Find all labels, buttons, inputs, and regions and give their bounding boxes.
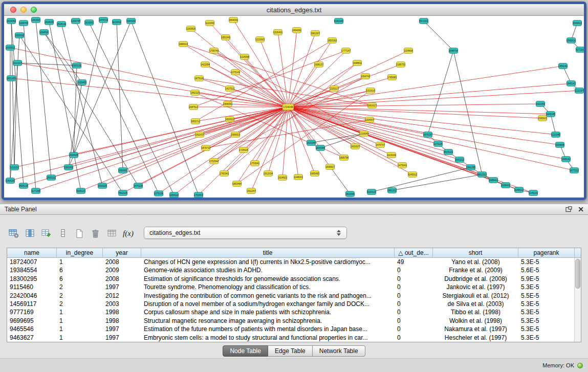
- network-node[interactable]: 1549413: [573, 20, 582, 26]
- table-row[interactable]: 2242004622012Investigating the contribut…: [7, 292, 581, 300]
- network-node[interactable]: 9219011: [112, 19, 121, 25]
- network-node[interactable]: 1980014: [179, 41, 188, 47]
- network-node[interactable]: 1911267: [247, 188, 256, 194]
- network-node[interactable]: 1064200: [6, 178, 15, 184]
- network-node[interactable]: 1895758: [339, 155, 349, 161]
- network-node[interactable]: 2309392: [15, 33, 24, 38]
- network-node[interactable]: 9812312: [477, 172, 487, 178]
- network-node[interactable]: 1915345: [307, 140, 316, 146]
- network-node[interactable]: 2616003: [84, 20, 94, 26]
- network-node[interactable]: 1961307: [311, 31, 320, 36]
- network-node[interactable]: 9245012: [408, 172, 417, 178]
- network-node[interactable]: 1154808: [404, 48, 413, 54]
- network-node[interactable]: 1103194: [387, 152, 396, 158]
- column-header-short[interactable]: short: [433, 248, 518, 258]
- network-node[interactable]: 2060650: [118, 168, 127, 173]
- network-node[interactable]: 2204907: [365, 117, 374, 123]
- network-node[interactable]: 1245210: [529, 190, 538, 196]
- network-node[interactable]: 2651205: [7, 76, 16, 81]
- column-header-out-de-[interactable]: △ out_de...: [395, 248, 433, 258]
- network-node[interactable]: 1695917: [325, 164, 335, 170]
- network-node[interactable]: 9915123: [444, 149, 453, 155]
- network-node[interactable]: 1912034: [264, 171, 273, 177]
- network-node[interactable]: 1095141: [561, 157, 571, 162]
- network-node[interactable]: 1853182: [328, 38, 337, 43]
- table-row[interactable]: 1938455462009Genome-wide association stu…: [7, 266, 581, 274]
- zoom-button[interactable]: [31, 7, 37, 13]
- table-row[interactable]: 946362711997Embryonic stem cells: a mode…: [7, 334, 581, 342]
- network-node[interactable]: 5572321: [419, 18, 428, 24]
- network-node[interactable]: 9245013: [514, 187, 524, 193]
- network-node[interactable]: 1906913: [231, 132, 240, 138]
- network-node[interactable]: 1421359: [536, 101, 545, 107]
- network-node[interactable]: 1221307: [575, 88, 584, 94]
- column-header-year[interactable]: year: [103, 248, 141, 258]
- network-node[interactable]: 1618229: [45, 19, 54, 25]
- network-node[interactable]: 1526401: [273, 30, 282, 35]
- network-node[interactable]: 1175126: [433, 141, 443, 147]
- network-node[interactable]: 2518140: [57, 21, 66, 27]
- network-node[interactable]: 1991265: [466, 165, 475, 170]
- network-node[interactable]: 1677212: [570, 168, 579, 173]
- network-node[interactable]: 1177265: [31, 188, 40, 194]
- network-node[interactable]: 1830022: [225, 117, 234, 122]
- network-node[interactable]: 1122063: [205, 20, 214, 26]
- network-node[interactable]: 1851041: [221, 35, 230, 40]
- network-node[interactable]: 1795749: [209, 48, 219, 54]
- network-node[interactable]: 1875118: [194, 76, 204, 81]
- network-node[interactable]: 1777147: [341, 48, 351, 54]
- network-node[interactable]: 1906091: [223, 101, 232, 107]
- network-node[interactable]: 7902126: [118, 190, 127, 196]
- network-node[interactable]: 2155459: [77, 80, 86, 85]
- table-row[interactable]: 946554611997Estimation of the future num…: [7, 325, 581, 333]
- table-settings-icon[interactable]: [7, 227, 20, 240]
- network-node[interactable]: 1601627: [351, 144, 360, 149]
- network-node[interactable]: 1248151: [294, 174, 303, 180]
- table-edit-icon[interactable]: [40, 227, 53, 240]
- network-node[interactable]: 8181043: [334, 18, 343, 24]
- network-node[interactable]: 1064742: [361, 74, 370, 79]
- network-node[interactable]: 1475719: [99, 17, 108, 23]
- network-node[interactable]: 1061821: [31, 17, 40, 23]
- network-node[interactable]: 1210345: [551, 132, 560, 138]
- network-node[interactable]: 1422094: [201, 62, 210, 68]
- network-node[interactable]: 2520605: [69, 152, 78, 158]
- close-panel-icon[interactable]: ✕: [576, 205, 586, 213]
- network-hub-node[interactable]: 1724046: [282, 104, 294, 110]
- network-node[interactable]: 1591953: [64, 165, 73, 170]
- network-node[interactable]: 1475041: [398, 163, 407, 168]
- network-node[interactable]: 1275141: [231, 70, 240, 75]
- network-node[interactable]: 1064354: [126, 18, 136, 24]
- tab-node-table[interactable]: Node Table: [223, 345, 268, 357]
- column-header-title[interactable]: title: [141, 248, 395, 258]
- network-node[interactable]: 1320127: [330, 86, 339, 92]
- table-row[interactable]: 911546021997Tourette syndrome. Phenomeno…: [7, 283, 581, 291]
- network-node[interactable]: 1924502: [278, 175, 287, 181]
- network-node[interactable]: 2260818: [186, 26, 195, 32]
- network-node[interactable]: 1679197: [423, 132, 432, 138]
- network-node[interactable]: 1685493: [310, 171, 319, 177]
- table-row[interactable]: 1830029562008Estimation of significance …: [7, 275, 581, 283]
- network-node[interactable]: 1648811: [353, 60, 362, 66]
- network-node[interactable]: 1911437: [195, 132, 204, 138]
- network-node[interactable]: 1760341: [220, 171, 229, 177]
- table-row[interactable]: 1456911722003Disruption of a novel membe…: [7, 300, 581, 308]
- table-select-dropdown[interactable]: citations_edges.txt: [144, 227, 347, 239]
- network-node[interactable]: 2087513: [189, 104, 198, 110]
- network-node[interactable]: 1216049: [359, 131, 368, 137]
- network-node[interactable]: 1475126: [134, 183, 143, 189]
- network-node[interactable]: 2616059: [7, 18, 16, 24]
- network-node[interactable]: 2505192: [47, 175, 56, 181]
- tab-edge-table[interactable]: Edge Table: [268, 345, 313, 357]
- network-node[interactable]: 2209793: [19, 20, 28, 26]
- network-node[interactable]: 2185750: [396, 62, 405, 68]
- column-header-in-degree[interactable]: in_degree: [57, 248, 103, 258]
- network-node[interactable]: 1785083: [387, 75, 397, 80]
- network-node[interactable]: 1500325: [98, 183, 107, 189]
- column-visibility-icon[interactable]: [24, 227, 36, 240]
- network-node[interactable]: 1595815: [538, 116, 547, 121]
- network-node[interactable]: 1427512: [225, 86, 234, 92]
- network-node[interactable]: 1121327: [13, 60, 22, 66]
- table-scrollbar[interactable]: [574, 258, 581, 342]
- column-header-name[interactable]: name: [7, 248, 57, 258]
